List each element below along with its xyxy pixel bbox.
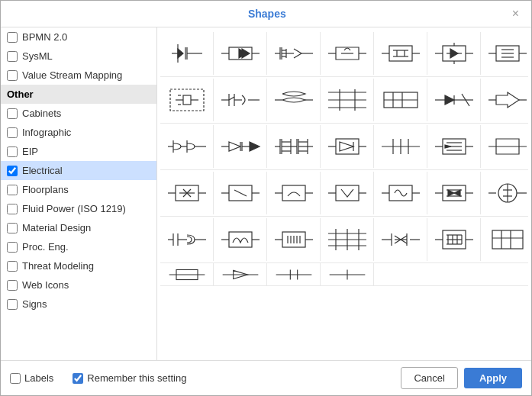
item-label-threat-modeling: Threat Modeling [22, 260, 94, 272]
shape-cell [214, 125, 267, 168]
shape-cell [214, 263, 267, 286]
labels-checkbox[interactable] [10, 373, 21, 384]
svg-rect-172 [229, 232, 252, 247]
sidebar-item-infographic[interactable]: Infographic [1, 123, 156, 142]
checkbox-floorplans[interactable] [7, 185, 18, 195]
shape-cell [481, 172, 531, 214]
checkbox-eip[interactable] [7, 146, 18, 157]
checkbox-electrical[interactable] [7, 166, 18, 176]
item-label-eip: EIP [22, 146, 38, 157]
svg-rect-26 [389, 46, 412, 61]
checkbox-bpmn[interactable] [7, 32, 18, 43]
shape-cell [321, 79, 374, 121]
svg-line-57 [229, 97, 234, 100]
shape-cell [321, 263, 374, 286]
footer-left: Labels [10, 372, 53, 384]
shape-cell [267, 79, 321, 121]
checkbox-fluid-power[interactable] [7, 204, 18, 214]
item-label-infographic: Infographic [22, 127, 71, 138]
close-button[interactable]: × [509, 7, 522, 21]
shape-cell [160, 172, 214, 214]
shapes-row [160, 124, 528, 170]
shape-cell [481, 79, 531, 121]
shape-cell [427, 172, 481, 214]
sidebar-item-sysml[interactable]: SysML [1, 47, 156, 66]
checkbox-proc-eng[interactable] [7, 242, 18, 253]
shape-cell [214, 218, 267, 261]
shape-cell [267, 263, 321, 286]
dialog-body: BPMN 2.0SysMLValue Stream MappingOtherCa… [1, 27, 531, 360]
shape-cell [427, 218, 481, 261]
labels-checkbox-label[interactable]: Labels [10, 372, 53, 384]
shape-cell [427, 125, 481, 168]
shapes-dialog: Shapes × BPMN 2.0SysMLValue Stream Mappi… [0, 0, 532, 396]
content-area[interactable] [157, 27, 531, 360]
svg-marker-93 [250, 142, 260, 151]
item-label-fluid-power: Fluid Power (ISO 1219) [22, 203, 126, 214]
shape-cell [481, 218, 531, 261]
shape-cell [214, 32, 267, 75]
shape-cell [374, 32, 427, 75]
svg-rect-146 [336, 185, 359, 201]
sidebar-item-electrical[interactable]: Electrical [1, 161, 156, 180]
footer-right: Cancel Apply [401, 367, 522, 389]
svg-rect-48 [170, 89, 204, 111]
dialog-footer: Labels Remember this setting Cancel Appl… [1, 360, 531, 395]
checkbox-cabinets[interactable] [7, 108, 18, 119]
item-label-proc-eng: Proc. Eng. [22, 241, 69, 253]
remember-checkbox[interactable] [73, 373, 83, 384]
checkbox-infographic[interactable] [7, 127, 18, 138]
checkbox-threat-modeling[interactable] [7, 261, 18, 272]
svg-line-20 [294, 53, 301, 58]
sidebar-category-header: Other [1, 85, 156, 104]
sidebar-item-bpmn[interactable]: BPMN 2.0 [1, 27, 156, 47]
shape-cell [374, 125, 427, 168]
sidebar-item-signs[interactable]: Signs [1, 295, 156, 314]
cancel-button[interactable]: Cancel [401, 367, 457, 389]
shape-cell [321, 172, 374, 214]
shape-cell [374, 218, 427, 261]
shape-cell [267, 218, 321, 261]
shape-cell [160, 32, 214, 75]
shape-cell [321, 125, 374, 168]
shape-cell [321, 32, 374, 75]
svg-marker-111 [340, 142, 353, 151]
remember-checkbox-label[interactable]: Remember this setting [73, 372, 186, 384]
svg-marker-89 [229, 142, 240, 151]
sidebar-item-eip[interactable]: EIP [1, 142, 156, 161]
checkbox-signs[interactable] [7, 299, 18, 310]
shape-cell [427, 79, 481, 121]
checkbox-sysml[interactable] [7, 51, 18, 62]
sidebar-item-material-design[interactable]: Material Design [1, 218, 156, 237]
shape-cell [160, 218, 214, 261]
checkbox-material-design[interactable] [7, 223, 18, 233]
svg-marker-126 [445, 145, 451, 148]
remember-text: Remember this setting [87, 372, 186, 384]
sidebar-item-floorplans[interactable]: Floorplans [1, 180, 156, 199]
svg-rect-143 [282, 185, 305, 201]
checkbox-web-icons[interactable] [7, 280, 18, 291]
sidebar-item-threat-modeling[interactable]: Threat Modeling [1, 256, 156, 275]
item-label-web-icons: Web Icons [22, 279, 69, 291]
item-label-floorplans: Floorplans [22, 184, 69, 195]
sidebar-item-fluid-power[interactable]: Fluid Power (ISO 1219) [1, 199, 156, 218]
shapes-row [160, 31, 528, 77]
apply-button[interactable]: Apply [464, 368, 522, 388]
shape-cell [160, 125, 214, 168]
sidebar-item-cabinets[interactable]: Cabinets [1, 104, 156, 123]
sidebar-item-proc-eng[interactable]: Proc. Eng. [1, 237, 156, 256]
sidebar-item-vsm[interactable]: Value Stream Mapping [1, 66, 156, 85]
dialog-header: Shapes × [1, 1, 531, 27]
shapes-row [160, 263, 528, 286]
svg-marker-35 [450, 49, 458, 58]
svg-marker-72 [445, 95, 454, 105]
item-label-electrical: Electrical [22, 165, 63, 176]
svg-rect-50 [183, 95, 191, 105]
item-label-vsm: Value Stream Mapping [22, 69, 122, 81]
item-label-material-design: Material Design [22, 222, 91, 233]
shape-cell [374, 172, 427, 214]
checkbox-vsm[interactable] [7, 70, 18, 81]
item-label-sysml: SysML [22, 50, 53, 62]
svg-marker-156 [454, 190, 460, 196]
sidebar-item-web-icons[interactable]: Web Icons [1, 275, 156, 295]
